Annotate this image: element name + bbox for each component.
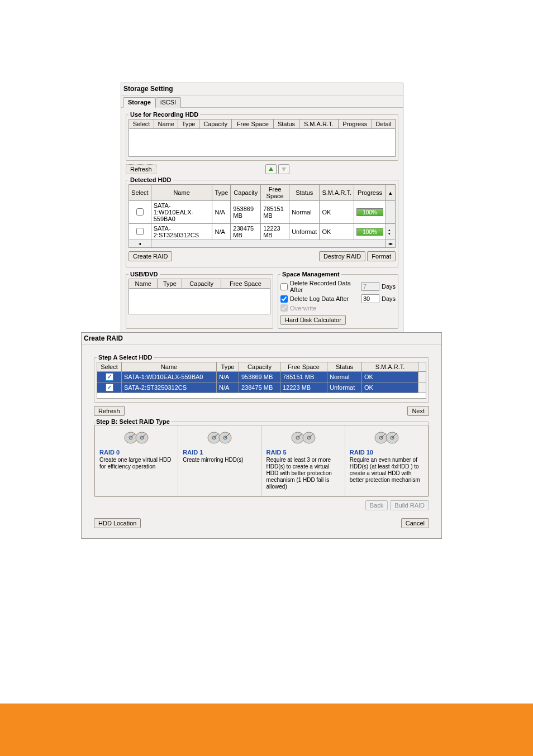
hscroll-right[interactable]: ◂▸ <box>386 240 395 248</box>
col-free[interactable]: Free Space <box>261 185 289 201</box>
format-button[interactable]: Format <box>367 251 396 261</box>
col-capacity[interactable]: Capacity <box>231 185 261 201</box>
cell-smart: OK <box>320 224 354 240</box>
raid0-option[interactable]: RAID 0 Create one large virtual HDD for … <box>95 425 178 496</box>
raid1-option[interactable]: RAID 1 Create mirroring HDD(s) <box>178 425 261 496</box>
refresh-button[interactable]: Refresh <box>94 406 125 416</box>
col-smart[interactable]: S.M.A.R.T. <box>362 362 418 372</box>
col-status[interactable]: Status <box>327 362 362 372</box>
hscroll-left[interactable]: ◂ <box>129 240 151 248</box>
hdd-icon <box>290 429 317 447</box>
delete-recorded-checkbox[interactable] <box>280 283 288 290</box>
cell-name: SATA-2:ST3250312CS <box>122 382 217 393</box>
usb-dvd-empty-body <box>129 289 270 314</box>
next-button[interactable]: Next <box>407 406 429 416</box>
raid1-desc: Create mirroring HDD(s) <box>183 457 256 463</box>
delete-log-days-input[interactable] <box>361 294 379 303</box>
col-select[interactable]: Select <box>129 185 151 201</box>
raid1-title: RAID 1 <box>183 449 256 456</box>
col-smart[interactable]: S.M.A.R.T. <box>320 185 354 201</box>
table-row[interactable]: ✓ SATA-1:WD10EALX-559BA0 N/A 953869 MB 7… <box>97 372 426 382</box>
cell-smart: OK <box>362 382 418 393</box>
col-select[interactable]: Select <box>97 362 122 372</box>
row-checkbox[interactable] <box>136 228 144 235</box>
col-status[interactable]: Status <box>289 185 320 201</box>
raid5-option[interactable]: RAID 5 Require at least 3 or more HDD(s)… <box>262 425 345 496</box>
row-checked-icon[interactable]: ✓ <box>106 384 113 391</box>
recording-hdd-group: Use for Recording HDD Select Name Type C… <box>126 111 398 161</box>
tab-iscsi[interactable]: iSCSI <box>155 97 181 108</box>
col-capacity[interactable]: Capacity <box>239 362 280 372</box>
col-capacity[interactable]: Capacity <box>182 279 221 289</box>
tab-storage[interactable]: Storage <box>123 97 156 108</box>
hscroll-track[interactable] <box>151 240 386 248</box>
usb-dvd-table: Name Type Capacity Free Space <box>129 279 270 289</box>
space-mgmt-group: Space Management Delete Recorded Data Af… <box>278 271 398 329</box>
raid10-desc: Require an even number of HDD(s) (at lea… <box>350 457 423 484</box>
col-smart[interactable]: S.M.A.R.T. <box>299 119 338 129</box>
col-progress[interactable]: Progress <box>338 119 372 129</box>
cell-type: N/A <box>217 372 239 382</box>
scroll-updown-buttons[interactable]: ▴▾ <box>386 224 395 240</box>
detected-hdd-table: Select Name Type Capacity Free Space Sta… <box>129 184 396 248</box>
cell-capacity: 238475 MB <box>239 382 280 393</box>
destroy-raid-button[interactable]: Destroy RAID <box>319 251 365 261</box>
col-select[interactable]: Select <box>129 119 154 129</box>
col-name[interactable]: Name <box>129 279 158 289</box>
col-capacity[interactable]: Capacity <box>199 119 232 129</box>
col-type[interactable]: Type <box>158 279 182 289</box>
scroll-col[interactable] <box>418 362 426 372</box>
progress-bar: 100% <box>356 208 383 216</box>
cell-name: SATA-1:WD10EALX-559BA0 <box>151 201 212 224</box>
col-type[interactable]: Type <box>212 185 231 201</box>
delete-log-checkbox[interactable] <box>280 295 288 303</box>
days-label: Days <box>382 283 396 290</box>
refresh-button[interactable]: Refresh <box>126 164 156 174</box>
cell-status: Normal <box>289 201 320 224</box>
col-progress[interactable]: Progress <box>354 185 386 201</box>
step-a-legend: Step A Select HDD <box>97 354 154 361</box>
move-down-button[interactable] <box>278 164 289 174</box>
cell-type: N/A <box>212 224 231 240</box>
col-free[interactable]: Free Space <box>221 279 270 289</box>
hdd-location-button[interactable]: HDD Location <box>94 518 141 528</box>
row-checkbox[interactable] <box>136 208 144 216</box>
recording-hdd-empty-body <box>129 129 396 157</box>
col-status[interactable]: Status <box>274 119 299 129</box>
table-row[interactable]: SATA-1:WD10EALX-559BA0 N/A 953869 MB 785… <box>129 201 396 224</box>
col-free[interactable]: Free Space <box>280 362 327 372</box>
scroll-track[interactable] <box>386 201 395 224</box>
tabs: Storage iSCSI <box>121 97 403 108</box>
col-type[interactable]: Type <box>217 362 239 372</box>
build-raid-button[interactable]: Build RAID <box>390 500 429 510</box>
usb-dvd-legend: USB/DVD <box>129 271 160 277</box>
col-type[interactable]: Type <box>178 119 199 129</box>
create-raid-button[interactable]: Create RAID <box>129 251 172 261</box>
col-free[interactable]: Free Space <box>232 119 274 129</box>
back-button[interactable]: Back <box>365 500 388 510</box>
table-row[interactable]: SATA-2:ST3250312CS N/A 238475 MB 12223 M… <box>129 224 396 240</box>
row-checked-icon[interactable]: ✓ <box>106 373 113 381</box>
cell-free: 12223 MB <box>280 382 327 393</box>
col-name[interactable]: Name <box>151 185 212 201</box>
window-title: Create RAID <box>82 333 441 345</box>
overwrite-label: Overwrite <box>290 305 316 312</box>
table-row[interactable]: ✓ SATA-2:ST3250312CS N/A 238475 MB 12223… <box>97 382 426 393</box>
cell-smart: OK <box>320 201 354 224</box>
hdd-calculator-button[interactable]: Hard Disk Calculator <box>280 315 346 325</box>
col-detail[interactable]: Detail <box>372 119 395 129</box>
col-name[interactable]: Name <box>122 362 217 372</box>
move-up-button[interactable] <box>265 164 277 174</box>
raid10-option[interactable]: RAID 10 Require an even number of HDD(s)… <box>345 425 428 496</box>
cancel-button[interactable]: Cancel <box>401 518 429 528</box>
raid10-title: RAID 10 <box>350 449 423 456</box>
scroll-up-button[interactable]: ▴ <box>386 185 395 201</box>
table-pad <box>97 393 426 399</box>
detected-hdd-legend: Detected HDD <box>129 176 173 183</box>
raid5-desc: Require at least 3 or more HDD(s) to cre… <box>266 457 340 490</box>
progress-bar: 100% <box>356 228 383 236</box>
col-name[interactable]: Name <box>154 119 178 129</box>
create-raid-window: Create RAID Step A Select HDD Select Nam… <box>81 332 442 539</box>
recording-hdd-table: Select Name Type Capacity Free Space Sta… <box>129 119 396 129</box>
arrow-up-icon <box>268 166 274 172</box>
